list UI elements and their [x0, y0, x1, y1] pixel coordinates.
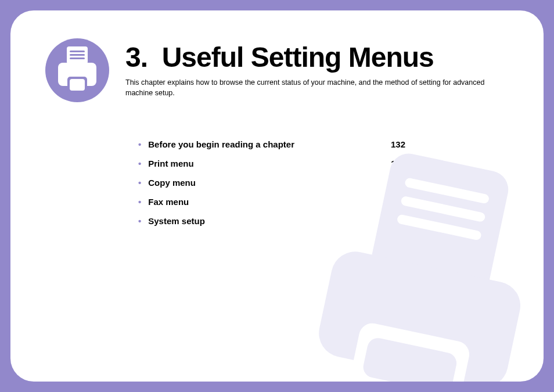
toc-item[interactable]: System setup 141	[138, 216, 405, 226]
toc-item[interactable]: Copy menu 134	[138, 178, 405, 188]
toc-item-page: 134	[391, 178, 405, 188]
toc-item-page: 141	[391, 216, 405, 226]
printer-icon	[45, 38, 109, 102]
table-of-contents: Before you begin reading a chapter 132 P…	[138, 139, 405, 226]
toc-item-label: Fax menu	[138, 197, 189, 207]
toc-item[interactable]: Print menu 133	[138, 159, 405, 168]
svg-rect-10	[70, 54, 85, 56]
svg-rect-11	[70, 57, 85, 59]
toc-item-page: 132	[391, 139, 405, 149]
toc-item-page: 138	[391, 197, 405, 207]
toc-item-page: 133	[391, 159, 405, 168]
svg-rect-9	[70, 51, 85, 52]
chapter-number: 3.	[125, 42, 148, 73]
toc-item[interactable]: Before you begin reading a chapter 132	[138, 139, 405, 149]
title-block: 3. Useful Setting Menus This chapter exp…	[125, 38, 497, 98]
toc-item-label: Copy menu	[138, 178, 196, 188]
page-card: 3. Useful Setting Menus This chapter exp…	[10, 10, 544, 382]
svg-rect-1	[404, 177, 490, 204]
svg-rect-4	[315, 247, 525, 382]
toc-item-label: System setup	[138, 216, 205, 226]
svg-rect-3	[397, 214, 482, 240]
toc-item[interactable]: Fax menu 138	[138, 197, 405, 207]
svg-rect-5	[348, 321, 472, 382]
header-row: 3. Useful Setting Menus This chapter exp…	[45, 38, 509, 102]
chapter-title: 3. Useful Setting Menus	[125, 43, 497, 72]
toc-item-label: Before you begin reading a chapter	[138, 139, 294, 149]
svg-rect-2	[400, 196, 485, 222]
chapter-description: This chapter explains how to browse the …	[125, 78, 497, 98]
svg-rect-6	[361, 336, 458, 382]
svg-rect-14	[70, 79, 85, 91]
chapter-title-text: Useful Setting Menus	[162, 42, 434, 73]
toc-item-label: Print menu	[138, 159, 194, 168]
